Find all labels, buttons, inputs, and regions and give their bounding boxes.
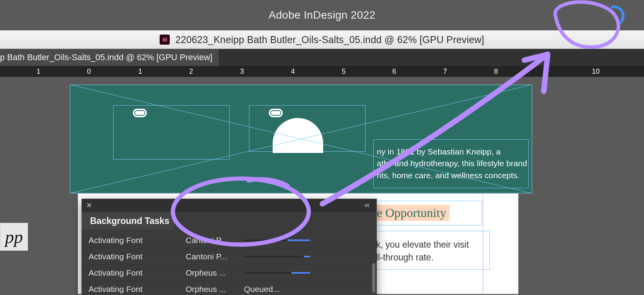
thumbnail[interactable]: pp [0, 223, 28, 251]
document-tab-label: p Bath Butler_Oils-Salts_05.indd @ 62% [… [0, 52, 212, 62]
ruler-label: 2 [189, 68, 193, 76]
ruler-label: 6 [392, 68, 396, 76]
header-line: nts, home care, and wellness concepts. [377, 170, 527, 181]
ruler-label: 1 [138, 68, 142, 76]
text-frame[interactable]: ny in 1891 by Sebastian Kneipp, a athy a… [373, 139, 529, 188]
collapse-icon[interactable] [364, 202, 373, 208]
task-item: Orpheus ... [186, 285, 240, 294]
horizontal-ruler[interactable]: 1 0 1 2 3 4 5 6 7 8 9 10 [0, 66, 644, 77]
image-frame[interactable] [249, 105, 366, 152]
link-icon [133, 109, 147, 117]
margin-guide [483, 194, 483, 294]
task-label: Activating Font [89, 252, 186, 261]
panel-title: Background Tasks [90, 216, 169, 226]
task-item: Cantoni P... [186, 236, 240, 245]
ruler-label: 0 [87, 68, 91, 76]
task-progress-bar [244, 239, 310, 241]
sync-spinner-icon [600, 2, 628, 30]
ruler-label: 4 [291, 68, 295, 76]
body-text-frame[interactable]: k, you elevate their visit ll-through ra… [373, 231, 490, 270]
ruler-label: 9 [545, 68, 549, 76]
body-line: ll-through rate. [376, 251, 469, 264]
header-line: ny in 1891 by Sebastian Kneipp, a [377, 146, 527, 158]
ruler-label: 3 [240, 68, 244, 76]
task-progress-bar [244, 272, 310, 274]
id-icon-label: Id [162, 36, 167, 43]
task-queued-label: Queued... [244, 285, 377, 294]
close-icon[interactable]: ✕ [85, 202, 92, 209]
task-label: Activating Font [89, 285, 186, 294]
heading-text: e Opportunity [374, 205, 449, 221]
indesign-app-icon: Id [160, 35, 170, 45]
ruler-label: 10 [592, 68, 600, 76]
panel-tab[interactable]: Background Tasks [82, 212, 175, 230]
ruler-label: 8 [494, 68, 498, 76]
thumbnail-text: pp [5, 227, 23, 247]
scrollbar-thumb[interactable] [372, 263, 375, 293]
task-item: Cantoni P... [186, 252, 240, 261]
ruler-label: 7 [443, 68, 447, 76]
window-title: 220623_Kneipp Bath Butler_Oils-Salts_05.… [175, 34, 484, 45]
image-frame[interactable] [113, 105, 230, 160]
header-line: athy and hydrotherapy, this lifestyle br… [377, 158, 527, 169]
ruler-label: 5 [342, 68, 346, 76]
app-title: Adobe InDesign 2022 [268, 9, 375, 21]
document-tab[interactable]: p Bath Butler_Oils-Salts_05.indd @ 62% [… [0, 49, 219, 66]
task-row[interactable]: Activating Font Orpheus ... Queued... [82, 281, 377, 295]
task-item: Orpheus ... [186, 268, 240, 278]
task-progress-bar [244, 256, 310, 257]
background-tasks-panel[interactable]: ✕ Background Tasks Activating Font Canto… [82, 199, 377, 295]
task-row[interactable]: Activating Font Orpheus ... [82, 265, 377, 281]
body-line: k, you elevate their visit [376, 238, 469, 251]
task-row[interactable]: Activating Font Cantoni P... [82, 232, 377, 248]
heading-frame[interactable]: e Opportunity [373, 201, 482, 226]
panel-body: Activating Font Cantoni P... Activating … [82, 230, 377, 295]
logo-placeholder [273, 118, 323, 153]
window-title-bar: Id 220623_Kneipp Bath Butler_Oils-Salts_… [0, 30, 644, 49]
ruler-label: 1 [37, 68, 40, 76]
task-row[interactable]: Activating Font Cantoni P... [82, 248, 377, 265]
document-tab-bar: p Bath Butler_Oils-Salts_05.indd @ 62% [… [0, 49, 644, 66]
task-label: Activating Font [89, 268, 186, 278]
menubar: Adobe InDesign 2022 [0, 0, 644, 30]
workspace[interactable]: pp ny in 1891 by Sebastian Kneipp, a ath… [0, 77, 644, 295]
panel-titlebar[interactable]: ✕ [82, 199, 377, 212]
task-label: Activating Font [89, 236, 186, 245]
link-icon [269, 109, 283, 117]
doc-header-block[interactable]: ny in 1891 by Sebastian Kneipp, a athy a… [70, 85, 532, 193]
